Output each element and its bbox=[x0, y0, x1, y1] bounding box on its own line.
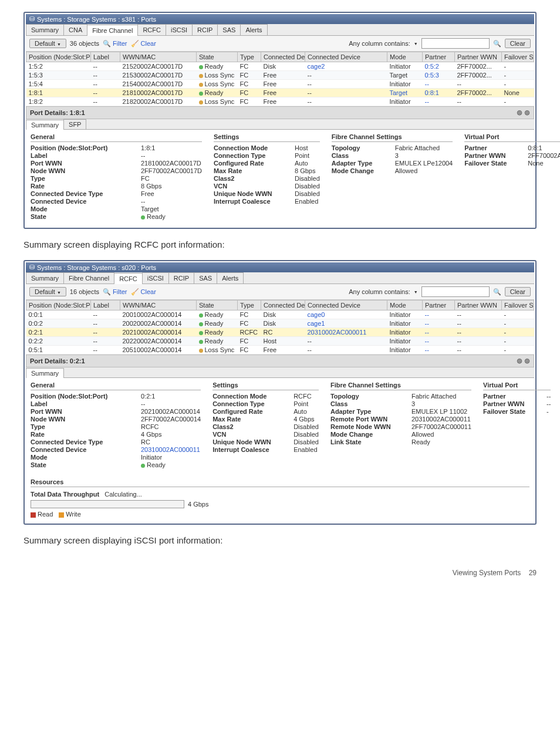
table-cell: -- bbox=[91, 62, 120, 71]
kv-value: 2FF70002AC000011 bbox=[411, 423, 471, 430]
tab-iscsi[interactable]: iSCSI bbox=[166, 24, 193, 35]
table-row[interactable]: 1:8:2--21820002AC00017DLoss SyncFCFree--… bbox=[26, 97, 534, 106]
table-cell: cage2 bbox=[305, 62, 387, 71]
tab-fibre-channel[interactable]: Fibre Channel bbox=[63, 272, 114, 283]
expand-icon[interactable]: ⊚ bbox=[524, 357, 530, 365]
column-header[interactable]: Type bbox=[238, 52, 261, 62]
column-header[interactable]: Partner bbox=[423, 301, 455, 310]
column-header[interactable]: Mode bbox=[387, 52, 423, 62]
tab-alerts[interactable]: Alerts bbox=[217, 272, 244, 283]
column-header[interactable]: Failover State bbox=[502, 52, 534, 62]
tab-fibre-channel[interactable]: Fibre Channel bbox=[87, 25, 138, 36]
kv-key: Max Rate bbox=[212, 416, 289, 423]
tab-rcfc[interactable]: RCFC bbox=[114, 273, 143, 284]
search-input[interactable] bbox=[421, 286, 490, 297]
table-cell: -- bbox=[305, 80, 387, 89]
throughput-bar bbox=[31, 500, 184, 508]
search-icon[interactable]: 🔍 bbox=[493, 40, 501, 48]
clear-button[interactable]: Clear bbox=[505, 287, 531, 296]
collapse-icon[interactable]: ⊚ bbox=[517, 109, 522, 117]
column-header[interactable]: Connected Device bbox=[305, 52, 387, 62]
table-cell: Loss Sync bbox=[197, 71, 238, 80]
table-row[interactable]: 1:8:1--21810002AC00017DReadyFCFree--Targ… bbox=[26, 89, 534, 97]
table-cell: cage1 bbox=[305, 319, 387, 328]
tab-summary[interactable]: Summary bbox=[26, 24, 64, 35]
legend-write-label: Write bbox=[66, 511, 80, 518]
clear-link[interactable]: 🧹 Clear bbox=[131, 40, 156, 48]
table-cell: -- bbox=[423, 328, 455, 337]
table-cell: - bbox=[502, 337, 534, 346]
table-row[interactable]: 0:0:1--20010002AC000014ReadyFCDiskcage0I… bbox=[26, 310, 534, 319]
table-row[interactable]: 1:5:3--21530002AC00017DLoss SyncFCFree--… bbox=[26, 71, 534, 80]
column-header[interactable]: Partner bbox=[423, 52, 455, 62]
column-header[interactable]: Label bbox=[91, 301, 120, 310]
table-cell: -- bbox=[91, 71, 120, 80]
table-cell: Disk bbox=[261, 310, 305, 319]
table-row[interactable]: 0:0:2--20020002AC000014ReadyFCDiskcage1I… bbox=[26, 319, 534, 328]
filter-link[interactable]: 🔍 Filter bbox=[103, 288, 127, 296]
column-header[interactable]: Mode bbox=[387, 301, 423, 310]
table-cell: Free bbox=[261, 80, 305, 89]
column-header[interactable]: State bbox=[197, 52, 238, 62]
table-cell: -- bbox=[91, 310, 120, 319]
column-header[interactable]: Connected Device Type bbox=[261, 301, 305, 310]
table-row[interactable]: 0:2:2--20220002AC000014ReadyFCHost--Init… bbox=[26, 337, 534, 346]
clear-link[interactable]: 🧹 Clear bbox=[131, 288, 156, 296]
kv-key: State bbox=[31, 213, 136, 220]
kv-value: 2FF70002AC00017D bbox=[528, 152, 560, 159]
tab-summary[interactable]: Summary bbox=[26, 272, 64, 283]
table-row[interactable]: 1:5:2--21520002AC00017DReadyFCDiskcage2I… bbox=[26, 62, 534, 71]
tab-sfp[interactable]: SFP bbox=[63, 119, 86, 129]
column-header[interactable]: WWN/MAC bbox=[120, 301, 197, 310]
table-cell: - bbox=[502, 310, 534, 319]
legend: Read Write bbox=[31, 511, 529, 518]
tab-rcfc[interactable]: RCFC bbox=[137, 24, 166, 35]
tab-iscsi[interactable]: iSCSI bbox=[142, 272, 169, 283]
clear-button[interactable]: Clear bbox=[505, 39, 531, 48]
default-button[interactable]: Default ▼ bbox=[29, 287, 66, 296]
column-header[interactable]: Failover State bbox=[502, 301, 534, 310]
column-header[interactable]: Partner WWN bbox=[455, 301, 502, 310]
tab-rcip[interactable]: RCIP bbox=[168, 272, 194, 283]
dropdown-icon[interactable]: ▼ bbox=[414, 290, 418, 294]
tab-cna[interactable]: CNA bbox=[63, 24, 87, 35]
tab-sas[interactable]: SAS bbox=[194, 272, 217, 283]
panel-title: General bbox=[31, 382, 201, 390]
default-button[interactable]: Default ▼ bbox=[29, 39, 66, 48]
kv-value: 1:8:1 bbox=[141, 144, 155, 151]
kv-value: 4 Gbps bbox=[294, 416, 314, 423]
panel-title: Fibre Channel Settings bbox=[330, 382, 471, 390]
kv-value: -- bbox=[546, 400, 551, 407]
kv-key: Class2 bbox=[214, 175, 290, 182]
column-header[interactable]: State bbox=[197, 301, 238, 310]
column-header[interactable]: Position (Node:Slot:Port) bbox=[26, 301, 91, 310]
column-header[interactable]: Position (Node:Slot:Port) bbox=[26, 52, 91, 62]
table-cell: Loss Sync bbox=[197, 80, 238, 89]
filter-link[interactable]: 🔍 Filter bbox=[103, 40, 127, 48]
table-cell: 20510002AC000014 bbox=[120, 346, 197, 355]
window-title: Systems : Storage Systems : s381 : Ports bbox=[37, 16, 156, 23]
tab-summary[interactable]: Summary bbox=[26, 368, 64, 378]
table-row[interactable]: 0:2:1--20210002AC000014ReadyRCFCRC203100… bbox=[26, 328, 534, 337]
table-cell: Target bbox=[387, 89, 423, 97]
kv-value: EMULEX LPe12004 bbox=[395, 160, 453, 167]
tab-summary[interactable]: Summary bbox=[26, 120, 64, 130]
tab-alerts[interactable]: Alerts bbox=[240, 24, 267, 35]
table-row[interactable]: 0:5:1--20510002AC000014Loss SyncFCFree--… bbox=[26, 346, 534, 355]
column-header[interactable]: Connected Device Type bbox=[261, 52, 305, 62]
column-header[interactable]: Type bbox=[238, 301, 261, 310]
search-icon[interactable]: 🔍 bbox=[493, 288, 501, 296]
collapse-icon[interactable]: ⊚ bbox=[517, 357, 522, 365]
panel-title: General bbox=[31, 133, 202, 142]
column-header[interactable]: Partner WWN bbox=[455, 52, 502, 62]
column-header[interactable]: Connected Device bbox=[305, 301, 387, 310]
search-input[interactable] bbox=[421, 38, 490, 49]
dropdown-icon[interactable]: ▼ bbox=[414, 42, 418, 46]
column-header[interactable]: WWN/MAC bbox=[120, 52, 197, 62]
column-header[interactable]: Label bbox=[91, 52, 120, 62]
caption-rcfc: Summary screen displaying RCFC port info… bbox=[23, 239, 537, 249]
tab-sas[interactable]: SAS bbox=[217, 24, 241, 35]
tab-rcip[interactable]: RCIP bbox=[192, 24, 218, 35]
table-row[interactable]: 1:5:4--21540002AC00017DLoss SyncFCFree--… bbox=[26, 80, 534, 89]
expand-icon[interactable]: ⊚ bbox=[524, 109, 530, 117]
